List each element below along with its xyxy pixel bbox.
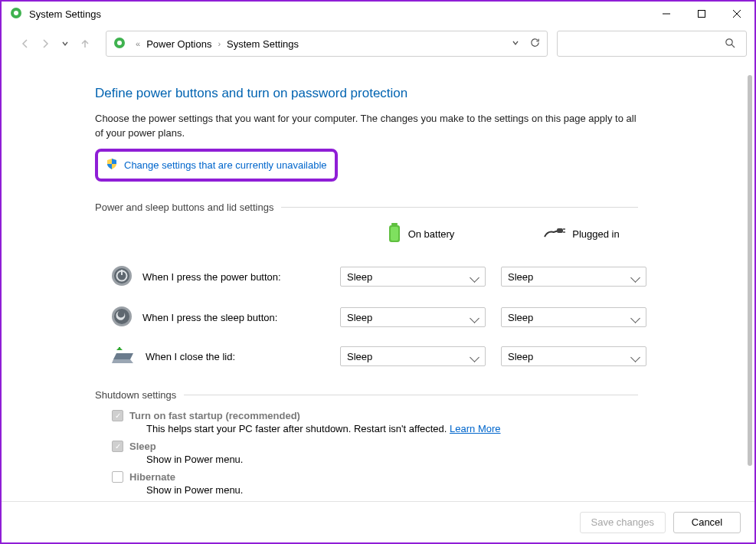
maximize-button[interactable] xyxy=(684,2,719,26)
back-button[interactable] xyxy=(17,35,34,52)
svg-point-1 xyxy=(14,11,18,15)
footer: Save changes Cancel xyxy=(2,501,754,542)
close-lid-plugged-select[interactable]: Sleep xyxy=(501,346,646,366)
breadcrumb-item[interactable]: System Settings xyxy=(227,38,299,50)
sleep-item: Sleep Show in Power menu. xyxy=(112,441,638,465)
address-bar[interactable]: « Power Options › System Settings xyxy=(106,31,548,57)
change-settings-link-highlight: Change settings that are currently unava… xyxy=(95,149,338,182)
svg-line-9 xyxy=(731,44,735,48)
close-button[interactable] xyxy=(719,2,754,26)
shield-icon xyxy=(106,158,118,172)
close-lid-battery-select[interactable]: Sleep xyxy=(340,346,486,366)
row-power-button: When I press the power button: xyxy=(110,264,340,290)
change-settings-link[interactable]: Change settings that are currently unava… xyxy=(124,159,327,171)
row-close-lid: When I close the lid: xyxy=(110,346,340,368)
app-icon xyxy=(9,6,23,22)
hibernate-item: Hibernate Show in Power menu. xyxy=(112,471,638,496)
scrollbar[interactable] xyxy=(748,75,752,466)
svg-rect-12 xyxy=(391,227,398,241)
breadcrumb-item[interactable]: Power Options xyxy=(146,38,211,50)
minimize-button[interactable] xyxy=(649,2,684,26)
recent-dropdown[interactable] xyxy=(57,35,74,52)
sleep-button-plugged-select[interactable]: Sleep xyxy=(501,307,646,327)
svg-marker-23 xyxy=(112,359,133,363)
chevron-right-icon: › xyxy=(218,39,221,48)
section-header-power: Power and sleep buttons and lid settings xyxy=(95,202,638,213)
section-header-shutdown: Shutdown settings xyxy=(95,389,638,401)
forward-button[interactable] xyxy=(37,35,54,52)
address-dropdown-icon[interactable] xyxy=(511,38,520,50)
learn-more-link[interactable]: Learn More xyxy=(450,423,500,434)
column-battery: On battery xyxy=(340,222,501,249)
sleep-button-icon xyxy=(110,305,133,330)
page-heading: Define power buttons and turn on passwor… xyxy=(95,86,638,101)
refresh-button[interactable] xyxy=(529,37,541,51)
sleep-button-battery-select[interactable]: Sleep xyxy=(340,307,486,327)
fast-startup-checkbox[interactable] xyxy=(112,410,123,421)
column-plugged: Plugged in xyxy=(501,226,662,245)
svg-rect-10 xyxy=(391,223,398,225)
cancel-button[interactable]: Cancel xyxy=(673,512,741,533)
svg-marker-22 xyxy=(113,353,133,359)
svg-point-8 xyxy=(726,38,732,44)
window-title: System Settings xyxy=(29,8,101,20)
title-bar: System Settings xyxy=(2,2,754,26)
address-icon xyxy=(113,36,126,52)
section-title: Shutdown settings xyxy=(95,389,176,401)
breadcrumb-prefix: « xyxy=(136,39,140,48)
battery-icon xyxy=(387,222,402,246)
fast-startup-item: Turn on fast startup (recommended) This … xyxy=(112,410,638,434)
hibernate-checkbox[interactable] xyxy=(112,471,123,483)
content-area: Define power buttons and turn on passwor… xyxy=(2,70,754,501)
page-intro: Choose the power settings that you want … xyxy=(95,112,638,141)
plug-icon xyxy=(543,226,566,242)
svg-point-7 xyxy=(117,41,122,45)
row-sleep-button: When I press the sleep button: xyxy=(110,305,340,330)
search-icon xyxy=(725,38,735,51)
svg-rect-3 xyxy=(699,11,705,18)
power-button-battery-select[interactable]: Sleep xyxy=(340,267,486,287)
section-title: Power and sleep buttons and lid settings xyxy=(95,202,273,213)
up-button[interactable] xyxy=(77,35,93,52)
laptop-lid-icon xyxy=(110,346,136,368)
search-input[interactable] xyxy=(557,31,747,57)
nav-toolbar: « Power Options › System Settings xyxy=(2,26,754,63)
power-button-icon xyxy=(110,264,133,290)
svg-rect-13 xyxy=(557,228,563,233)
power-button-plugged-select[interactable]: Sleep xyxy=(501,267,646,287)
sleep-checkbox[interactable] xyxy=(112,441,123,452)
save-changes-button[interactable]: Save changes xyxy=(580,512,666,533)
